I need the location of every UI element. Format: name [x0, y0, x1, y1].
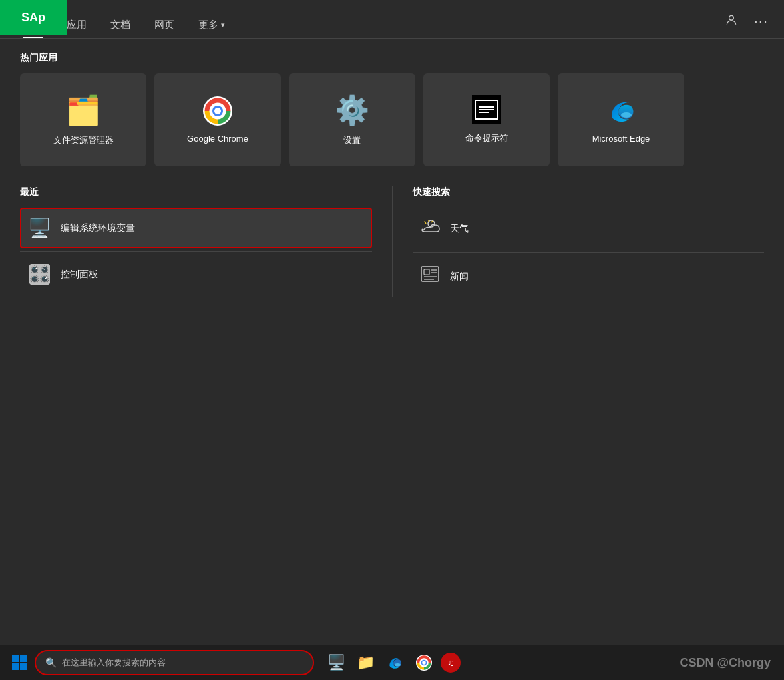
recent-item-label-control-panel: 控制面板 [61, 269, 98, 281]
cmd-icon [472, 95, 501, 124]
svg-point-3 [214, 108, 221, 114]
computer-icon: 🖥️ [28, 217, 51, 239]
app-tile-label-file-explorer: 文件资源管理器 [53, 134, 114, 146]
recent-item-label-edit-env: 编辑系统环境变量 [61, 222, 135, 234]
app-tile-file-explorer[interactable]: 🗂️ 文件资源管理器 [20, 73, 146, 166]
quick-item-label-weather: 天气 [450, 223, 469, 235]
taskbar-music-icon[interactable]: ♫ [441, 653, 461, 673]
svg-point-0 [729, 15, 733, 20]
divider-recent [20, 251, 372, 252]
quick-item-weather[interactable]: 天气 [413, 208, 765, 250]
app-tile-label-edge: Microsoft Edge [592, 134, 650, 144]
top-nav: 全部 应用 文档 网页 更多 ▾ ··· [0, 0, 784, 39]
news-icon [419, 263, 441, 289]
taskbar: 🔍 在这里输入你要搜索的内容 🖥️ 📁 [0, 645, 784, 680]
search-box[interactable]: 🔍 在这里输入你要搜索的内容 [35, 650, 314, 675]
search-panel: 热门应用 🗂️ 文件资源管理器 [0, 39, 784, 657]
sap-logo: SAp [0, 0, 67, 35]
app-tile-edge[interactable]: Microsoft Edge [558, 73, 684, 166]
weather-icon [419, 216, 441, 242]
hot-apps-grid: 🗂️ 文件资源管理器 Google [20, 73, 764, 166]
svg-point-17 [395, 663, 401, 666]
search-box-placeholder: 在这里输入你要搜索的内容 [62, 657, 166, 669]
taskbar-chrome-icon[interactable] [411, 650, 437, 675]
app-tile-settings[interactable]: ⚙️ 设置 [289, 73, 415, 166]
gear-icon: ⚙️ [335, 94, 369, 126]
taskbar-icons: 🖥️ 📁 [323, 650, 461, 675]
quick-item-label-news: 新闻 [450, 271, 469, 283]
taskbar-folder-icon[interactable]: 📁 [353, 650, 378, 675]
quick-search-title: 快速搜索 [413, 186, 765, 198]
svg-rect-16 [20, 663, 27, 670]
taskbar-right: CSDN @Chorgy [680, 656, 777, 670]
quick-search-section: 快速搜索 天气 [393, 186, 765, 297]
chrome-icon [203, 96, 232, 126]
recent-section: 最近 🖥️ 编辑系统环境变量 🎛️ 控制面板 [20, 186, 393, 297]
recent-item-control-panel[interactable]: 🎛️ 控制面板 [20, 254, 372, 295]
svg-rect-15 [12, 663, 19, 670]
svg-point-5 [621, 112, 632, 118]
quick-item-news[interactable]: 新闻 [413, 255, 765, 297]
nav-right-actions: ··· [722, 10, 771, 38]
sap-label: SAp [21, 11, 45, 25]
recent-title: 最近 [20, 186, 372, 198]
nav-item-more[interactable]: 更多 ▾ [189, 12, 234, 38]
folder-icon: 🗂️ [66, 94, 100, 126]
nav-item-web[interactable]: 网页 [145, 12, 184, 38]
control-panel-icon: 🎛️ [28, 263, 51, 285]
more-options-button[interactable]: ··· [751, 10, 771, 33]
app-tile-google-chrome[interactable]: Google Chrome [154, 73, 281, 166]
app-tile-label-cmd: 命令提示符 [465, 132, 508, 144]
svg-rect-14 [20, 655, 27, 662]
hot-apps-title: 热门应用 [20, 52, 764, 64]
svg-point-20 [422, 661, 425, 664]
svg-rect-8 [424, 269, 429, 275]
recent-item-edit-env[interactable]: 🖥️ 编辑系统环境变量 [20, 208, 372, 248]
bottom-section: 最近 🖥️ 编辑系统环境变量 🎛️ 控制面板 快速搜索 [20, 186, 764, 297]
windows-start-icon[interactable] [7, 650, 32, 675]
divider-quick [413, 252, 765, 253]
watermark-text: CSDN @Chorgy [680, 656, 771, 670]
person-icon-button[interactable] [722, 11, 741, 33]
search-box-icon: 🔍 [45, 657, 57, 668]
nav-item-docs[interactable]: 文档 [101, 12, 140, 38]
taskbar-computer-icon[interactable]: 🖥️ [323, 650, 349, 675]
app-tile-label-settings: 设置 [343, 134, 361, 146]
edge-icon [606, 96, 636, 126]
svg-rect-13 [12, 655, 19, 662]
app-tile-cmd[interactable]: 命令提示符 [423, 73, 550, 166]
taskbar-edge-icon[interactable] [382, 650, 407, 675]
chevron-down-icon: ▾ [221, 21, 225, 29]
app-tile-label-chrome: Google Chrome [187, 134, 248, 144]
